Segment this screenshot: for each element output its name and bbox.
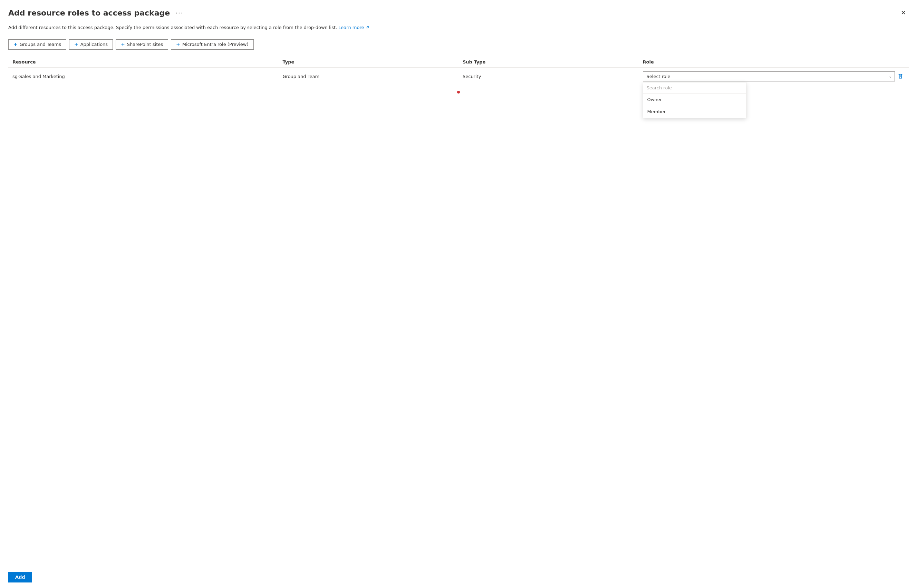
role-cell: Select role ⌄ Owner Member [643, 71, 904, 81]
title-row: Add resource roles to access package ··· [8, 9, 185, 17]
more-options-button[interactable]: ··· [173, 9, 185, 17]
delete-row-button[interactable] [896, 72, 904, 81]
role-select-wrapper: Select role ⌄ Owner Member [643, 71, 895, 81]
dropdown-options-list: Owner Member [643, 94, 746, 118]
cell-resource: sg-Sales and Marketing [8, 68, 278, 85]
applications-button[interactable]: + Applications [69, 39, 113, 50]
cell-role: Select role ⌄ Owner Member [639, 68, 909, 85]
plus-icon: + [74, 42, 78, 47]
dialog-title: Add resource roles to access package [8, 9, 170, 17]
search-role-input[interactable] [643, 82, 746, 94]
plus-icon: + [121, 42, 125, 47]
dialog-footer: Add [8, 566, 909, 588]
toolbar: + Groups and Teams + Applications + Shar… [8, 39, 909, 50]
col-resource: Resource [8, 57, 278, 68]
dialog-header: Add resource roles to access package ···… [8, 8, 909, 17]
table-row: sg-Sales and Marketing Group and Team Se… [8, 68, 909, 85]
groups-teams-button[interactable]: + Groups and Teams [8, 39, 66, 50]
validation-dot [457, 91, 460, 94]
dialog-container: Add resource roles to access package ···… [0, 0, 917, 588]
col-subtype: Sub Type [458, 57, 639, 68]
table-header-row: Resource Type Sub Type Role [8, 57, 909, 68]
col-role: Role [639, 57, 909, 68]
resource-table-container: Resource Type Sub Type Role sg-Sales and… [8, 57, 909, 566]
role-dropdown-panel: Owner Member [643, 82, 746, 118]
entra-role-button[interactable]: + Microsoft Entra role (Preview) [171, 39, 254, 50]
sharepoint-sites-button[interactable]: + SharePoint sites [116, 39, 168, 50]
cell-type: Group and Team [278, 68, 458, 85]
add-button[interactable]: Add [8, 572, 32, 583]
indicator-row [8, 85, 909, 99]
dropdown-option-member[interactable]: Member [643, 106, 746, 118]
resource-table: Resource Type Sub Type Role sg-Sales and… [8, 57, 909, 85]
dropdown-option-owner[interactable]: Owner [643, 94, 746, 106]
role-select-trigger[interactable]: Select role ⌄ [643, 71, 895, 81]
plus-icon: + [176, 42, 180, 47]
external-link-icon: ⇗ [366, 25, 369, 30]
col-type: Type [278, 57, 458, 68]
description-text: Add different resources to this access p… [8, 24, 909, 31]
learn-more-link[interactable]: Learn more ⇗ [338, 25, 369, 30]
close-button[interactable]: ✕ [898, 8, 909, 17]
plus-icon: + [13, 42, 18, 47]
chevron-down-icon: ⌄ [889, 74, 892, 79]
cell-subtype: Security [458, 68, 639, 85]
